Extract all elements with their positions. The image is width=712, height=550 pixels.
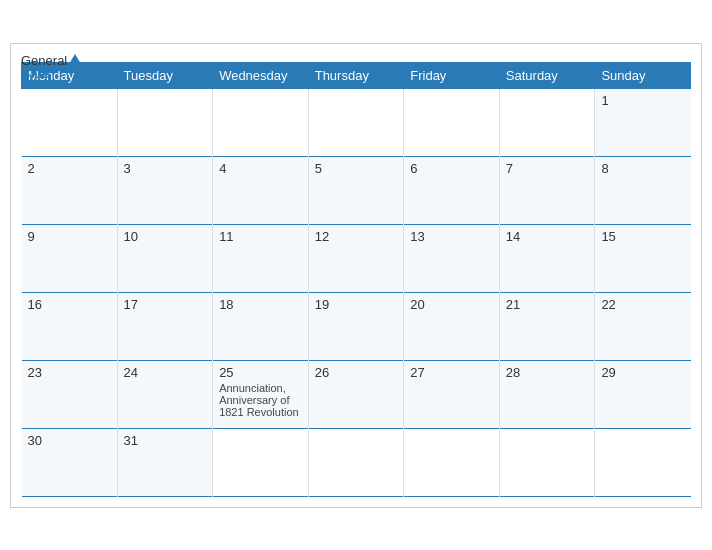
week-row-1: 1 (22, 88, 691, 156)
day-number: 9 (28, 229, 111, 244)
day-number: 21 (506, 297, 589, 312)
calendar-cell (117, 88, 213, 156)
calendar-cell: 27 (404, 360, 500, 428)
day-header-friday: Friday (404, 62, 500, 88)
day-number: 10 (124, 229, 207, 244)
logo: General Blue (21, 54, 81, 80)
day-number: 3 (124, 161, 207, 176)
week-row-5: 232425Annunciation, Anniversary of 1821 … (22, 360, 691, 428)
logo-general-text: General (21, 54, 81, 67)
day-header-tuesday: Tuesday (117, 62, 213, 88)
logo-icon (69, 54, 81, 64)
calendar-grid: MondayTuesdayWednesdayThursdayFridaySatu… (21, 62, 691, 497)
calendar-cell (308, 428, 404, 496)
calendar-cell: 22 (595, 292, 691, 360)
calendar-cell: 18 (213, 292, 309, 360)
week-row-2: 2345678 (22, 156, 691, 224)
calendar-cell: 13 (404, 224, 500, 292)
calendar-cell (308, 88, 404, 156)
calendar-cell (595, 428, 691, 496)
day-header-wednesday: Wednesday (213, 62, 309, 88)
day-number: 22 (601, 297, 684, 312)
calendar-cell: 1 (595, 88, 691, 156)
calendar-cell: 11 (213, 224, 309, 292)
calendar-cell: 20 (404, 292, 500, 360)
day-number: 7 (506, 161, 589, 176)
day-number: 6 (410, 161, 493, 176)
day-number: 25 (219, 365, 302, 380)
calendar-cell: 10 (117, 224, 213, 292)
day-number: 1 (601, 93, 684, 108)
day-number: 27 (410, 365, 493, 380)
day-number: 16 (28, 297, 111, 312)
day-number: 12 (315, 229, 398, 244)
day-number: 11 (219, 229, 302, 244)
calendar-cell: 29 (595, 360, 691, 428)
calendar-body: 1234567891011121314151617181920212223242… (22, 88, 691, 496)
day-header-thursday: Thursday (308, 62, 404, 88)
calendar-cell: 28 (499, 360, 595, 428)
calendar-cell (213, 88, 309, 156)
day-number: 20 (410, 297, 493, 312)
calendar-cell: 23 (22, 360, 118, 428)
day-number: 4 (219, 161, 302, 176)
calendar-cell (22, 88, 118, 156)
day-number: 24 (124, 365, 207, 380)
calendar-cell: 12 (308, 224, 404, 292)
calendar-cell: 25Annunciation, Anniversary of 1821 Revo… (213, 360, 309, 428)
day-number: 29 (601, 365, 684, 380)
day-number: 15 (601, 229, 684, 244)
calendar-cell: 7 (499, 156, 595, 224)
holiday-text: Annunciation, Anniversary of 1821 Revolu… (219, 382, 302, 418)
day-number: 31 (124, 433, 207, 448)
calendar-cell: 15 (595, 224, 691, 292)
calendar-cell (499, 428, 595, 496)
calendar-cell (499, 88, 595, 156)
calendar-cell: 16 (22, 292, 118, 360)
calendar-cell: 6 (404, 156, 500, 224)
day-number: 14 (506, 229, 589, 244)
calendar-cell (404, 428, 500, 496)
day-number: 17 (124, 297, 207, 312)
week-row-6: 3031 (22, 428, 691, 496)
week-row-3: 9101112131415 (22, 224, 691, 292)
calendar-cell: 8 (595, 156, 691, 224)
calendar-wrapper: General Blue MondayTuesdayWednesdayThurs… (10, 43, 702, 508)
days-of-week-row: MondayTuesdayWednesdayThursdayFridaySatu… (22, 62, 691, 88)
day-number: 30 (28, 433, 111, 448)
day-number: 28 (506, 365, 589, 380)
calendar-cell: 30 (22, 428, 118, 496)
calendar-cell: 3 (117, 156, 213, 224)
day-number: 8 (601, 161, 684, 176)
calendar-cell: 21 (499, 292, 595, 360)
calendar-cell: 4 (213, 156, 309, 224)
calendar-cell: 19 (308, 292, 404, 360)
day-number: 2 (28, 161, 111, 176)
calendar-cell: 31 (117, 428, 213, 496)
calendar-cell: 2 (22, 156, 118, 224)
day-number: 23 (28, 365, 111, 380)
day-header-sunday: Sunday (595, 62, 691, 88)
day-number: 26 (315, 365, 398, 380)
day-header-saturday: Saturday (499, 62, 595, 88)
calendar-cell: 26 (308, 360, 404, 428)
day-number: 19 (315, 297, 398, 312)
calendar-cell: 14 (499, 224, 595, 292)
calendar-cell: 9 (22, 224, 118, 292)
calendar-header-row: MondayTuesdayWednesdayThursdayFridaySatu… (22, 62, 691, 88)
logo-blue-text: Blue (21, 67, 81, 80)
week-row-4: 16171819202122 (22, 292, 691, 360)
calendar-cell: 24 (117, 360, 213, 428)
day-number: 18 (219, 297, 302, 312)
day-number: 13 (410, 229, 493, 244)
calendar-cell: 17 (117, 292, 213, 360)
calendar-cell (404, 88, 500, 156)
day-number: 5 (315, 161, 398, 176)
calendar-cell (213, 428, 309, 496)
calendar-cell: 5 (308, 156, 404, 224)
